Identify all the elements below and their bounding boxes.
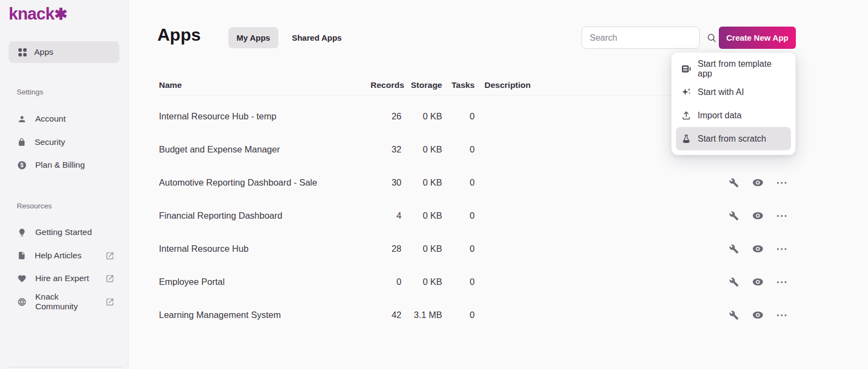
- flask-icon: [681, 134, 691, 144]
- person-icon: [17, 114, 27, 124]
- sidebar-item-account[interactable]: Account: [17, 107, 114, 130]
- column-header-storage: Storage: [401, 80, 442, 90]
- table-row[interactable]: Automotive Reporting Dashboard - Sale 30…: [159, 166, 792, 199]
- menu-item-start-from-scratch[interactable]: Start from scratch: [676, 127, 791, 150]
- table-row[interactable]: Learning Management System 42 3.1 MB 0: [159, 298, 792, 332]
- sidebar-item-help-articles[interactable]: Help Articles: [17, 244, 114, 267]
- external-link-icon: [106, 275, 114, 283]
- records-cell: 32: [371, 144, 401, 155]
- menu-item-label: Import data: [698, 111, 742, 120]
- table-row[interactable]: Financial Reporting Dashboard 4 0 KB 0: [159, 199, 792, 232]
- ellipsis-icon[interactable]: [777, 215, 787, 217]
- create-new-app-button[interactable]: Create New App: [719, 27, 796, 49]
- external-link-icon: [106, 298, 114, 306]
- menu-item-import-data[interactable]: Import data: [676, 104, 791, 127]
- page-title: Apps: [157, 25, 201, 45]
- row-actions: [722, 211, 792, 221]
- sidebar-item-label: Hire an Expert: [35, 273, 89, 283]
- eye-icon[interactable]: [752, 311, 763, 319]
- sidebar-item-plan-billing[interactable]: $ Plan & Billing: [17, 154, 114, 176]
- wrench-icon[interactable]: [729, 244, 739, 254]
- tab-my-apps[interactable]: My Apps: [228, 27, 278, 48]
- eye-icon[interactable]: [752, 212, 763, 220]
- sidebar-item-label: Getting Started: [35, 227, 92, 237]
- create-app-dropdown-menu: Start from template app Start with AI Im…: [671, 52, 796, 155]
- app-name-cell: Learning Management System: [159, 310, 371, 320]
- knack-logo[interactable]: knack✱: [9, 4, 67, 24]
- menu-item-start-from-template[interactable]: Start from template app: [676, 57, 791, 80]
- ellipsis-icon[interactable]: [777, 314, 787, 316]
- sidebar-item-label: Security: [35, 137, 65, 147]
- eye-icon[interactable]: [752, 278, 763, 286]
- dollar-circle-icon: $: [17, 161, 27, 170]
- tab-shared-apps[interactable]: Shared Apps: [284, 27, 350, 48]
- wrench-icon[interactable]: [729, 211, 739, 221]
- app-name-cell: Employee Portal: [159, 277, 371, 287]
- template-app-icon: [681, 64, 691, 74]
- sidebar-item-label: Account: [35, 114, 66, 124]
- records-cell: 0: [371, 277, 401, 287]
- section-label-resources: Resources: [17, 202, 52, 210]
- menu-item-label: Start from template app: [698, 59, 786, 79]
- ellipsis-icon[interactable]: [777, 281, 787, 283]
- lightbulb-icon: [17, 228, 27, 237]
- sidebar-bottom-divider: [9, 367, 122, 367]
- column-header-tasks: Tasks: [442, 80, 475, 90]
- menu-item-label: Start with AI: [698, 87, 744, 97]
- search-box: [582, 27, 700, 49]
- wrench-icon[interactable]: [729, 310, 739, 320]
- app-name-cell: Internal Resource Hub - temp: [159, 111, 371, 122]
- ellipsis-icon[interactable]: [777, 182, 787, 184]
- sparkles-icon: [681, 87, 691, 97]
- sidebar-item-getting-started[interactable]: Getting Started: [17, 221, 114, 244]
- storage-cell: 0 KB: [401, 144, 442, 155]
- records-cell: 28: [371, 244, 401, 254]
- row-actions: [722, 244, 792, 254]
- search-icon: [706, 33, 717, 43]
- storage-cell: 0 KB: [401, 111, 442, 122]
- apps-tabs: My Apps Shared Apps: [228, 27, 350, 48]
- records-cell: 30: [371, 177, 401, 188]
- external-link-icon: [106, 252, 114, 260]
- logo-text: knack: [9, 4, 54, 23]
- sidebar-item-security[interactable]: Security: [17, 131, 114, 154]
- wrench-icon[interactable]: [729, 178, 739, 188]
- tasks-cell: 0: [442, 111, 475, 122]
- table-row[interactable]: Employee Portal 0 0 KB 0: [159, 265, 792, 298]
- sidebar-item-label: Apps: [34, 47, 53, 57]
- app-name-cell: Budget and Expense Manager: [159, 144, 371, 155]
- records-cell: 4: [371, 211, 401, 221]
- menu-item-label: Start from scratch: [698, 134, 766, 144]
- tasks-cell: 0: [442, 310, 475, 320]
- search-input[interactable]: [582, 33, 706, 43]
- heart-icon: [17, 274, 27, 283]
- menu-item-start-with-ai[interactable]: Start with AI: [676, 80, 791, 104]
- storage-cell: 3.1 MB: [401, 310, 442, 320]
- sidebar-item-hire-expert[interactable]: Hire an Expert: [17, 267, 114, 290]
- sidebar-item-label: Plan & Billing: [35, 160, 85, 170]
- app-name-cell: Internal Resource Hub: [159, 244, 371, 254]
- sidebar-item-label: Help Articles: [35, 251, 81, 260]
- document-icon: [17, 251, 26, 260]
- app-name-cell: Financial Reporting Dashboard: [159, 211, 371, 221]
- sidebar-item-apps[interactable]: Apps: [9, 41, 119, 63]
- ellipsis-icon[interactable]: [777, 248, 787, 250]
- section-label-settings: Settings: [17, 88, 43, 96]
- sidebar-item-knack-community[interactable]: Knack Community: [17, 290, 114, 313]
- lock-icon: [17, 138, 26, 147]
- table-row[interactable]: Internal Resource Hub 28 0 KB 0: [159, 232, 792, 265]
- tasks-cell: 0: [442, 144, 475, 155]
- row-actions: [722, 277, 792, 287]
- storage-cell: 0 KB: [401, 277, 442, 287]
- tasks-cell: 0: [442, 177, 475, 188]
- wrench-icon[interactable]: [729, 277, 739, 287]
- eye-icon[interactable]: [752, 179, 763, 187]
- tasks-cell: 0: [442, 277, 475, 287]
- records-cell: 42: [371, 310, 401, 320]
- sidebar: knack✱ Apps Settings Account Security $ …: [0, 0, 129, 369]
- main-content: Apps My Apps Shared Apps Create New App …: [129, 0, 868, 369]
- asterisk-logo-mark: ✱: [54, 5, 67, 23]
- storage-cell: 0 KB: [401, 211, 442, 221]
- eye-icon[interactable]: [752, 245, 763, 253]
- storage-cell: 0 KB: [401, 244, 442, 254]
